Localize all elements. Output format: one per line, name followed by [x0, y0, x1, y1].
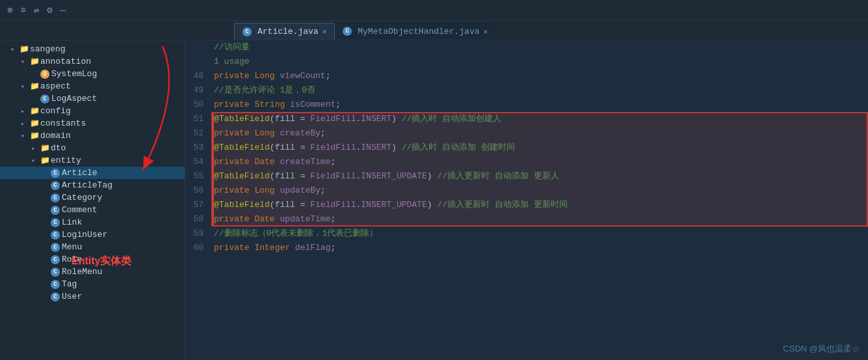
code-line-comment-fangwen: //访问量 — [214, 40, 868, 55]
sidebar-item-config[interactable]: ▸ 📁 config — [0, 105, 185, 117]
sidebar-item-rolemenu[interactable]: C RoleMenu — [0, 266, 185, 278]
code-line-60: private Integer delFlag; — [214, 241, 868, 255]
tab-label-2: MyMetaObjectHandler.java — [358, 27, 479, 36]
main-area: ▾ 📁 sangeng ▾ 📁 annotation @ SystemLog ▾… — [0, 40, 868, 360]
class-icon-logaspect: C — [40, 94, 49, 104]
sidebar-item-comment[interactable]: C Comment — [0, 204, 185, 216]
tab-java-icon-1: C — [243, 27, 252, 36]
class-icon-tag: C — [51, 280, 60, 289]
sidebar-item-tag[interactable]: C Tag — [0, 278, 185, 290]
tab-label-1: Article.java — [257, 27, 319, 36]
sidebar-item-entity[interactable]: ▾ 📁 entity — [0, 154, 185, 167]
class-icon-article: C — [51, 169, 60, 178]
code-line-48: private Long viewCount; — [214, 69, 868, 83]
code-line-57: @TableField(fill = FieldFill.INSERT_UPDA… — [213, 198, 868, 212]
sidebar-item-articletag[interactable]: C ArticleTag — [0, 179, 185, 191]
line-numbers: 48 49 50 51 52 53 54 55 56 57 58 59 60 — [185, 40, 211, 360]
sidebar-item-article[interactable]: C Article — [0, 167, 185, 179]
folder-icon-config: 📁 — [30, 106, 40, 116]
annotation-icon-systemlog: @ — [40, 70, 49, 79]
sidebar-item-sangeng[interactable]: ▾ 📁 sangeng — [0, 43, 185, 55]
sidebar[interactable]: ▾ 📁 sangeng ▾ 📁 annotation @ SystemLog ▾… — [0, 40, 185, 360]
code-line-52: private Long createBy; — [213, 126, 868, 141]
code-line-58: private Date updateTime; — [213, 212, 868, 227]
toolbar-icon-split[interactable]: ⇌ — [32, 3, 41, 17]
toolbar-icon-settings[interactable]: ⚙ — [45, 3, 54, 17]
sidebar-item-annotation[interactable]: ▾ 📁 annotation — [0, 55, 185, 68]
class-icon-loginuser: C — [51, 230, 60, 240]
class-icon-articletag: C — [51, 181, 60, 190]
class-icon-comment: C — [51, 206, 60, 215]
code-line-53: @TableField(fill = FieldFill.INSERT) //插… — [213, 141, 868, 155]
class-icon-menu: C — [51, 243, 60, 252]
folder-icon-dto: 📁 — [40, 143, 51, 153]
code-line-51: @TableField(fill = FieldFill.INSERT) //插… — [213, 112, 868, 126]
code-line-usage: 1 usage — [214, 55, 868, 69]
sidebar-item-systemlog[interactable]: @ SystemLog — [0, 68, 185, 80]
sidebar-item-constants[interactable]: ▸ 📁 constants — [0, 117, 185, 130]
class-icon-category: C — [51, 193, 60, 202]
folder-icon-sangeng: 📁 — [20, 44, 30, 54]
sidebar-item-dto[interactable]: ▸ 📁 dto — [0, 142, 185, 154]
toolbar-icon-globe[interactable]: ⊕ — [5, 3, 14, 17]
tab-article-java[interactable]: C Article.java ✕ — [234, 23, 335, 40]
sidebar-item-link[interactable]: C Link — [0, 216, 185, 228]
code-line-54: private Date createTime; — [213, 155, 868, 169]
sidebar-item-logaspect[interactable]: C LogAspect — [0, 92, 185, 105]
toolbar-icon-list[interactable]: ≡ — [18, 4, 27, 17]
code-line-56: private Long updateBy; — [213, 184, 868, 198]
sidebar-item-aspect[interactable]: ▾ 📁 aspect — [0, 80, 185, 92]
class-icon-rolemenu: C — [51, 268, 60, 277]
tab-close-2[interactable]: ✕ — [483, 27, 488, 36]
sidebar-item-user[interactable]: C User — [0, 290, 185, 303]
toolbar-icon-minus[interactable]: — — [59, 4, 68, 17]
class-icon-role: C — [51, 255, 60, 264]
tab-close-1[interactable]: ✕ — [322, 27, 327, 36]
sidebar-item-domain[interactable]: ▾ 📁 domain — [0, 130, 185, 142]
sidebar-item-menu[interactable]: C Menu — [0, 241, 185, 253]
sidebar-item-role[interactable]: C Role — [0, 253, 185, 266]
tab-java-icon-2: C — [343, 27, 352, 36]
code-lines: //访问量 1 usage private Long viewCount; //… — [211, 40, 868, 360]
folder-icon-domain: 📁 — [30, 131, 40, 141]
folder-icon-constants: 📁 — [30, 118, 40, 128]
code-line-49: //是否允许评论 1是，0否 — [214, 83, 868, 98]
code-line-59: //删除标志（0代表未删除，1代表已删除） — [214, 227, 868, 241]
code-line-50: private String isComment; — [214, 98, 868, 112]
code-editor[interactable]: 48 49 50 51 52 53 54 55 56 57 58 59 60 /… — [185, 40, 868, 360]
sidebar-item-loginuser[interactable]: C LoginUser — [0, 228, 185, 241]
tab-bar: C Article.java ✕ C MyMetaObjectHandler.j… — [0, 21, 868, 40]
class-icon-user: C — [51, 292, 60, 301]
sidebar-item-category[interactable]: C Category — [0, 191, 185, 204]
code-container: 48 49 50 51 52 53 54 55 56 57 58 59 60 /… — [185, 40, 868, 360]
folder-icon-aspect: 📁 — [30, 81, 40, 91]
folder-icon-annotation: 📁 — [30, 57, 40, 66]
toolbar: ⊕ ≡ ⇌ ⚙ — — [0, 0, 868, 21]
tab-metameta-java[interactable]: C MyMetaObjectHandler.java ✕ — [335, 23, 495, 40]
code-line-55: @TableField(fill = FieldFill.INSERT_UPDA… — [213, 169, 868, 184]
class-icon-link: C — [51, 218, 60, 227]
folder-icon-entity: 📁 — [40, 156, 51, 165]
